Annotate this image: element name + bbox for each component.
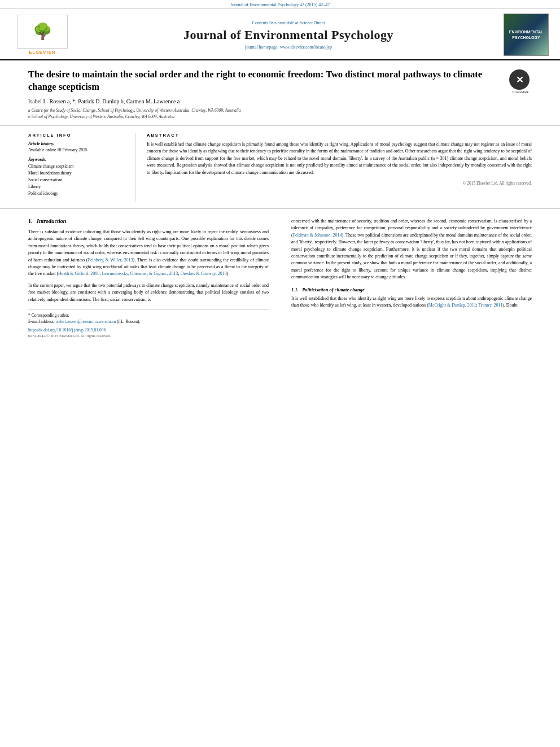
article-info: ARTICLE INFO Article history: Available … (28, 133, 135, 202)
subsection-paragraph: It is well established that those who id… (291, 295, 532, 309)
keyword-4: Liberty (28, 184, 124, 190)
affiliations: a Centre for the Study of Social Change,… (28, 107, 532, 120)
keywords-list: Climate change scepticism Moral foundati… (28, 163, 124, 197)
email-link[interactable]: isabel.rossen@research.uwa.edu.au (56, 319, 116, 324)
abstract-label: ABSTRACT (147, 133, 532, 138)
journal-title: Journal of Environmental Psychology (85, 28, 492, 42)
ref-mccright[interactable]: McCright & Dunlap, 2011 (428, 303, 476, 308)
issn-line: 0272-4944/© 2015 Elsevier Ltd. All right… (28, 334, 269, 338)
footnote-area: * Corresponding author. E-mail address: … (28, 309, 269, 325)
article-history: Article history: Available online 10 Feb… (28, 141, 124, 152)
journal-citation-bar: Journal of Environmental Psychology 42 (… (0, 0, 560, 9)
article-title-row: The desire to maintain the social order … (28, 68, 532, 94)
article-title: The desire to maintain the social order … (28, 68, 509, 94)
introduction-heading: 1. Introduction (28, 218, 269, 224)
journal-center: Contents lists available at ScienceDirec… (73, 20, 504, 50)
journal-homepage: journal homepage: www.elsevier.com/locat… (85, 45, 492, 50)
crossmark-label: CrossMark (509, 90, 532, 94)
doi-line[interactable]: http://dx.doi.org/10.1016/j.jenvp.2015.0… (28, 327, 269, 333)
ref-heath[interactable]: Heath & Gifford, 2006 (58, 271, 99, 276)
keywords-heading: Keywords: (28, 157, 124, 162)
abstract-section: ABSTRACT It is well established that cli… (135, 133, 532, 202)
cover-text: ENVIRONMENTAL PSYCHOLOGY (508, 28, 545, 41)
copyright-line: © 2015 Elsevier Ltd. All rights reserved… (147, 181, 532, 186)
main-content: 1. Introduction There is substantial evi… (0, 209, 560, 344)
journal-citation-text: Journal of Environmental Psychology 42 (… (230, 2, 330, 7)
authors-line: Isabel L. Rossen a, *, Patrick D. Dunlop… (28, 98, 532, 104)
right-column: concerned with the maintenance of securi… (280, 218, 532, 338)
tree-icon: 🌳 (33, 24, 53, 40)
keyword-3: Social conservatism (28, 177, 124, 184)
journal-cover-image: ENVIRONMENTAL PSYCHOLOGY (504, 14, 549, 56)
left-column: 1. Introduction There is substantial evi… (28, 218, 280, 338)
article-title-section: The desire to maintain the social order … (0, 60, 560, 126)
keywords-group: Keywords: Climate change scepticism Mora… (28, 157, 124, 197)
journal-header: 🌳 ELSEVIER Contents lists available at S… (0, 9, 560, 60)
keyword-5: Political ideology (28, 190, 124, 197)
footnote-corresponding: * Corresponding author. (28, 312, 269, 318)
ref-tranter[interactable]: Tranter, 2011 (479, 303, 503, 308)
subsection-heading: 1.1. Politicisation of climate change (291, 287, 532, 292)
intro-paragraph1: There is substantial evidence indicating… (28, 229, 269, 278)
history-value: Available online 10 February 2015 (28, 147, 124, 152)
crossmark-logo[interactable]: ✕ CrossMark (509, 69, 532, 92)
elsevier-label: ELSEVIER (29, 50, 56, 55)
affiliation-a: a Centre for the Study of Social Change,… (28, 107, 532, 113)
article-info-abstract: ARTICLE INFO Article history: Available … (0, 126, 560, 209)
footnote-email: E-mail address: isabel.rossen@research.u… (28, 318, 269, 325)
ref-oreskes[interactable]: Oreskes & Conway, 2010 (181, 271, 227, 276)
authors-text: Isabel L. Rossen a, *, Patrick D. Dunlop… (28, 98, 180, 104)
intro-paragraph2: In the current paper, we argue that the … (28, 282, 269, 303)
keyword-2: Moral foundations theory (28, 170, 124, 177)
affiliation-b: b School of Psychology, University of We… (28, 113, 532, 120)
elsevier-logo: 🌳 (17, 15, 68, 49)
crossmark-icon: ✕ (516, 75, 523, 85)
article-info-label: ARTICLE INFO (28, 133, 124, 138)
ref-feldman[interactable]: Feldman & Johnston, 2014 (293, 233, 342, 238)
contents-line: Contents lists available at ScienceDirec… (85, 20, 492, 25)
keyword-1: Climate change scepticism (28, 163, 124, 170)
elsevier-logo-area: 🌳 ELSEVIER (11, 15, 73, 55)
history-heading: Article history: (28, 141, 124, 146)
crossmark-circle: ✕ (509, 69, 530, 90)
ref-lewandowsky[interactable]: Lewandowsky, Oberauer, & Gignac, 2013 (102, 271, 178, 276)
abstract-text: It is well established that climate chan… (147, 141, 532, 176)
ref-feinberg[interactable]: Feinberg & Willer, 2013 (88, 257, 133, 263)
right-paragraph1: concerned with the maintenance of securi… (291, 218, 532, 281)
